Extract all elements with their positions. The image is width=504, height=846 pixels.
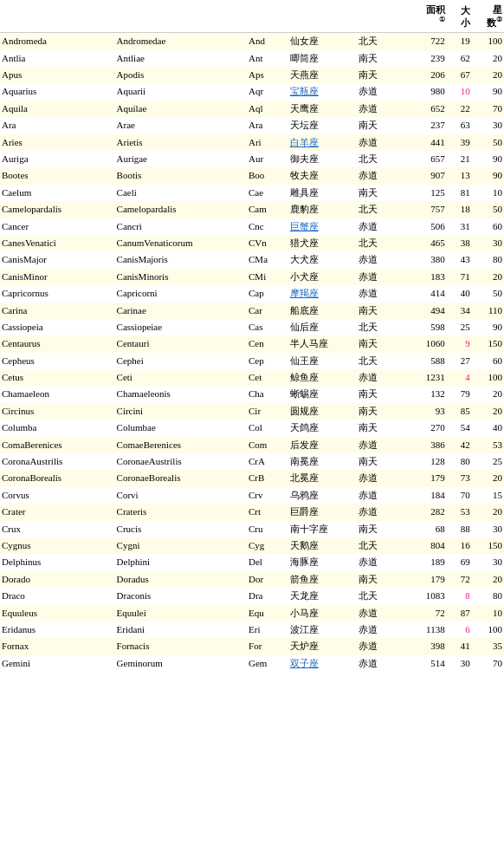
cell-position: 赤道: [357, 504, 398, 520]
cell-position: 南天: [357, 420, 398, 436]
cell-area: 68: [398, 521, 447, 537]
cell-area: 1138: [398, 621, 447, 638]
table-row: Cetus Ceti Cet 鲸鱼座 赤道 1231 4 100: [0, 369, 504, 386]
cell-area: 465: [398, 235, 447, 251]
cell-position: 南天: [357, 67, 398, 83]
cell-area: 1083: [398, 588, 447, 604]
cell-position: 赤道: [357, 437, 398, 453]
cell-genitive: Delphini: [115, 554, 247, 570]
table-row: Cepheus Cephei Cep 仙王座 北天 588 27 60: [0, 353, 504, 369]
cell-chinese: 唧筒座: [288, 50, 358, 67]
cell-latin: Andromeda: [0, 33, 115, 50]
cell-genitive: Cancri: [115, 218, 247, 235]
cell-area: 179: [398, 470, 447, 486]
cell-area: 128: [398, 453, 447, 470]
cell-position: 北天: [357, 588, 398, 604]
cell-stars: 15: [472, 487, 504, 504]
cell-chinese: 小犬座: [288, 269, 358, 285]
cell-area: 189: [398, 554, 447, 570]
cell-genitive: CanumVenaticorum: [115, 235, 247, 251]
cell-genitive: CoronaeAustrilis: [115, 453, 247, 470]
cell-chinese: 仙女座: [288, 33, 358, 50]
cell-latin: Cancer: [0, 218, 115, 235]
cell-chinese: 小马座: [288, 605, 358, 621]
cell-abbr: CrA: [247, 453, 288, 470]
cell-area: 514: [398, 655, 447, 672]
cell-stars: 25: [472, 453, 504, 470]
cell-abbr: Dra: [247, 588, 288, 604]
cell-latin: CoronaAustrilis: [0, 453, 115, 470]
table-row: Corvus Corvi Crv 乌鸦座 赤道 184 70 15: [0, 487, 504, 504]
cell-stars: 30: [472, 117, 504, 133]
cell-genitive: Centauri: [115, 335, 247, 352]
cell-genitive: Arietis: [115, 134, 247, 151]
cell-stars: 30: [472, 235, 504, 251]
table-row: Dorado Doradus Dor 箭鱼座 南天 179 72 20: [0, 571, 504, 588]
cell-position: 南天: [357, 50, 398, 67]
cell-genitive: Fornacis: [115, 638, 247, 654]
cell-stars: 80: [472, 251, 504, 268]
cell-size: 80: [447, 453, 472, 470]
table-row: Chamaeleon Chamaeleonis Cha 蜥蜴座 南天 132 7…: [0, 386, 504, 402]
cell-latin: Caelum: [0, 185, 115, 201]
cell-latin: Delphinus: [0, 554, 115, 570]
cell-area: 398: [398, 638, 447, 654]
cell-size: 62: [447, 50, 472, 67]
cell-position: 赤道: [357, 269, 398, 285]
cell-chinese: 摩羯座: [288, 285, 358, 302]
cell-area: 179: [398, 571, 447, 588]
cell-abbr: Car: [247, 303, 288, 319]
cell-position: 南天: [357, 335, 398, 352]
cell-size: 22: [447, 101, 472, 117]
cell-genitive: Equulei: [115, 605, 247, 621]
cell-latin: Cassiopeia: [0, 319, 115, 335]
cell-latin: Aries: [0, 134, 115, 151]
cell-abbr: Crv: [247, 487, 288, 504]
cell-chinese: 大犬座: [288, 251, 358, 268]
cell-position: 赤道: [357, 621, 398, 638]
cell-size: 18: [447, 201, 472, 218]
cell-latin: Camelopardalis: [0, 201, 115, 218]
header-chinese: [288, 0, 358, 33]
cell-abbr: Cen: [247, 335, 288, 352]
table-row: Gemini Geminorum Gem 双子座 赤道 514 30 70: [0, 655, 504, 672]
cell-size: 54: [447, 420, 472, 436]
cell-position: 赤道: [357, 470, 398, 486]
cell-position: 北天: [357, 537, 398, 554]
cell-stars: 50: [472, 134, 504, 151]
cell-latin: ComaBerenices: [0, 437, 115, 453]
cell-abbr: Crt: [247, 504, 288, 520]
cell-size: 31: [447, 218, 472, 235]
cell-abbr: Dor: [247, 571, 288, 588]
cell-stars: 30: [472, 521, 504, 537]
cell-abbr: For: [247, 638, 288, 654]
cell-latin: Cepheus: [0, 353, 115, 369]
cell-position: 赤道: [357, 167, 398, 184]
table-row: Camelopardalis Camelopardalis Cam 鹿豹座 北天…: [0, 201, 504, 218]
table-row: Aquila Aquilae Aql 天鹰座 赤道 652 22 70: [0, 101, 504, 117]
cell-area: 441: [398, 134, 447, 151]
cell-position: 北天: [357, 235, 398, 251]
cell-position: 南天: [357, 571, 398, 588]
cell-stars: 150: [472, 335, 504, 352]
cell-chinese: 南十字座: [288, 521, 358, 537]
cell-stars: 90: [472, 167, 504, 184]
cell-area: 652: [398, 101, 447, 117]
cell-size: 85: [447, 403, 472, 420]
cell-position: 赤道: [357, 487, 398, 504]
cell-abbr: Equ: [247, 605, 288, 621]
cell-genitive: Aquarii: [115, 83, 247, 100]
cell-stars: 80: [472, 588, 504, 604]
cell-stars: 100: [472, 621, 504, 638]
cell-abbr: Cap: [247, 285, 288, 302]
cell-size: 79: [447, 386, 472, 402]
cell-abbr: Cep: [247, 353, 288, 369]
cell-size: 73: [447, 470, 472, 486]
cell-area: 598: [398, 319, 447, 335]
cell-chinese: 乌鸦座: [288, 487, 358, 504]
cell-chinese: 天坛座: [288, 117, 358, 133]
cell-chinese: 箭鱼座: [288, 571, 358, 588]
cell-area: 980: [398, 83, 447, 100]
cell-abbr: CVn: [247, 235, 288, 251]
cell-size: 69: [447, 554, 472, 570]
